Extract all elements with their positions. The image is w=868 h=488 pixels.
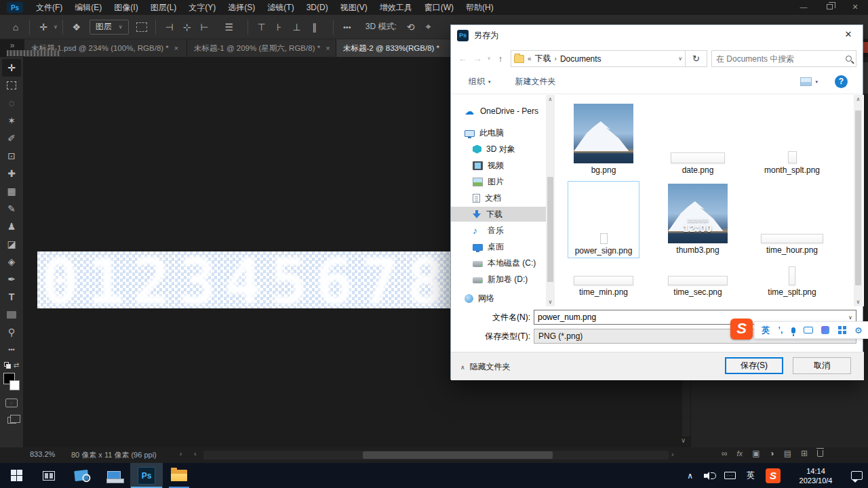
scroll-up-icon[interactable]: ∧	[854, 96, 863, 102]
default-colors-icon[interactable]	[4, 362, 11, 369]
sidebar-item-documents[interactable]: 文档	[451, 190, 546, 205]
forward-icon[interactable]: →	[470, 54, 485, 64]
adjustment-layer-icon[interactable]: ◑	[769, 449, 774, 458]
sidebar-item-music[interactable]: ♪音乐	[451, 223, 546, 238]
cancel-button[interactable]: 取消	[793, 357, 851, 374]
sidebar-item-onedrive[interactable]: ☁OneDrive - Pers	[451, 104, 546, 119]
scroll-down-icon[interactable]: ∨	[546, 299, 555, 305]
file-list-scroll-thumb[interactable]	[855, 110, 861, 285]
new-folder-button[interactable]: 新建文件夹	[515, 76, 556, 87]
tab-close-icon[interactable]: ×	[326, 44, 330, 52]
menu-type[interactable]: 文字(Y)	[182, 0, 222, 15]
align-left-icon[interactable]: ⊣	[161, 18, 178, 36]
sidebar-item-local-disk-c[interactable]: 本地磁盘 (C:)	[451, 256, 546, 270]
back-icon[interactable]: ←	[455, 54, 470, 64]
more-options-icon[interactable]: •••	[338, 18, 356, 36]
scroll-down-icon[interactable]: ∨	[681, 436, 686, 444]
keyboard-icon[interactable]: ···	[804, 327, 813, 333]
pen-tool-icon[interactable]: ✒	[2, 270, 21, 288]
tab-untitled-2-active[interactable]: 未标题-2 @ 833%(RGB/8) *	[336, 39, 456, 57]
sogou-logo-icon[interactable]: S	[730, 319, 753, 340]
hide-folders-toggle[interactable]: ∧ 隐藏文件夹	[460, 361, 511, 373]
search-input[interactable]	[716, 54, 846, 64]
zoom-level-field[interactable]: 833.2%	[30, 450, 55, 458]
tab-close-icon[interactable]: ×	[174, 44, 178, 52]
brush-tool-icon[interactable]: ✎	[2, 200, 21, 218]
link-layers-icon[interactable]: ∞	[722, 449, 728, 458]
file-item-month-splt-png[interactable]: month_splt.png	[756, 101, 828, 178]
auto-select-icon[interactable]: ❖	[68, 18, 85, 36]
more-tools-icon[interactable]: •••	[2, 341, 21, 359]
color-swatches[interactable]	[3, 373, 20, 390]
sidebar-item-new-volume-d[interactable]: 新加卷 (D:)	[451, 272, 546, 287]
breadcrumb-downloads[interactable]: 下载	[535, 53, 551, 64]
ime-language-indicator[interactable]: 英	[741, 470, 760, 481]
shape-tool-icon[interactable]	[2, 306, 21, 323]
help-button[interactable]: ?	[835, 75, 848, 88]
crop-tool-icon[interactable]: ⊡	[2, 147, 21, 165]
layer-effects-icon[interactable]: fx	[737, 449, 743, 458]
horizontal-scroll-thumb[interactable]	[363, 451, 553, 459]
auto-select-target-dropdown[interactable]: 图层 ∨	[90, 20, 129, 35]
breadcrumb-documents[interactable]: Documents	[560, 54, 601, 64]
status-popup-close-icon[interactable]: ‹	[194, 450, 196, 458]
file-item-time-sec-png[interactable]: time_sec.png	[662, 262, 734, 306]
history-dropdown-icon[interactable]: ∨	[485, 56, 493, 61]
volume-icon[interactable]	[698, 472, 719, 480]
screen-mode-icon[interactable]	[7, 417, 16, 424]
scroll-down-icon[interactable]: ∨	[854, 299, 863, 305]
skin-icon[interactable]	[821, 326, 829, 334]
up-icon[interactable]: ↑	[493, 54, 508, 64]
view-mode-button[interactable]: ▾	[800, 77, 818, 86]
delete-layer-icon[interactable]	[817, 450, 823, 457]
sidebar-item-downloads[interactable]: 下载	[451, 207, 546, 222]
file-item-time-hour-png[interactable]: time_hour.png	[756, 181, 828, 258]
lasso-tool-icon[interactable]: ◌	[2, 94, 21, 112]
menu-window[interactable]: 窗口(W)	[418, 0, 460, 15]
address-dropdown-icon[interactable]: ∨	[678, 56, 682, 62]
file-item-time-splt-png[interactable]: time_splt.png	[756, 253, 828, 306]
sidebar-item-pictures[interactable]: 图片	[451, 174, 546, 189]
sidebar-scrollbar[interactable]: ∧ ∨	[546, 95, 555, 306]
justify-icon[interactable]: ☰	[220, 18, 238, 36]
menu-file[interactable]: 文件(F)	[30, 0, 68, 15]
menu-image[interactable]: 图像(I)	[108, 0, 144, 15]
move-tool-icon[interactable]: ✛	[2, 59, 21, 77]
file-item-date-png[interactable]: date.png	[662, 101, 734, 178]
file-item-thumb3-png[interactable]: 2023/9/30 12:00 thumb3.png	[662, 181, 734, 258]
layer-group-icon[interactable]: ▤	[784, 449, 791, 458]
minimize-button[interactable]: —	[791, 0, 816, 15]
layer-mask-icon[interactable]: ▣	[752, 449, 760, 458]
healing-brush-tool-icon[interactable]: ✚	[2, 165, 21, 182]
close-button[interactable]: ✕	[842, 0, 868, 15]
touch-keyboard-icon[interactable]: ···	[719, 472, 741, 479]
background-color-swatch[interactable]	[9, 380, 20, 390]
sidebar-item-network[interactable]: 网络	[451, 291, 546, 306]
taskbar-explorer-button[interactable]	[163, 463, 195, 488]
canvas-horizontal-scrollbar[interactable]	[203, 451, 669, 460]
show-transform-controls-icon[interactable]	[133, 18, 151, 36]
task-view-button[interactable]	[33, 463, 65, 488]
status-popup-open-icon[interactable]: ›	[180, 450, 182, 458]
ime-language-toggle[interactable]: 英	[762, 325, 770, 336]
menu-layer[interactable]: 图层(L)	[144, 0, 183, 15]
restore-button[interactable]	[816, 0, 842, 15]
search-taskbar-button[interactable]	[65, 463, 98, 488]
panel-drag-grip[interactable]	[7, 50, 60, 56]
computer-keyboard-button[interactable]	[98, 463, 130, 488]
sidebar-item-videos[interactable]: 视频	[451, 158, 546, 173]
sidebar-item-desktop[interactable]: 桌面	[451, 239, 546, 254]
menu-plugins[interactable]: 增效工具	[374, 0, 418, 15]
sidebar-scroll-thumb[interactable]	[547, 177, 553, 282]
menu-3d[interactable]: 3D(D)	[300, 0, 334, 15]
file-list-scrollbar[interactable]: ∧ ∨	[854, 95, 863, 306]
menu-select[interactable]: 选择(S)	[222, 0, 261, 15]
align-top-icon[interactable]: ⊤	[253, 18, 271, 36]
gradient-tool-icon[interactable]: ◈	[2, 253, 21, 270]
zoom-tool-icon[interactable]: ⚲	[2, 323, 21, 341]
tab-untitled-1[interactable]: 未标题-1 @ 209% (星期六, RGB/8) * ×	[187, 39, 336, 57]
scroll-right-icon[interactable]: ›	[671, 450, 674, 458]
3d-pan-icon[interactable]: ⌖	[420, 18, 437, 36]
distribute-icon[interactable]: ∥	[306, 18, 323, 36]
menu-view[interactable]: 视图(V)	[334, 0, 374, 15]
